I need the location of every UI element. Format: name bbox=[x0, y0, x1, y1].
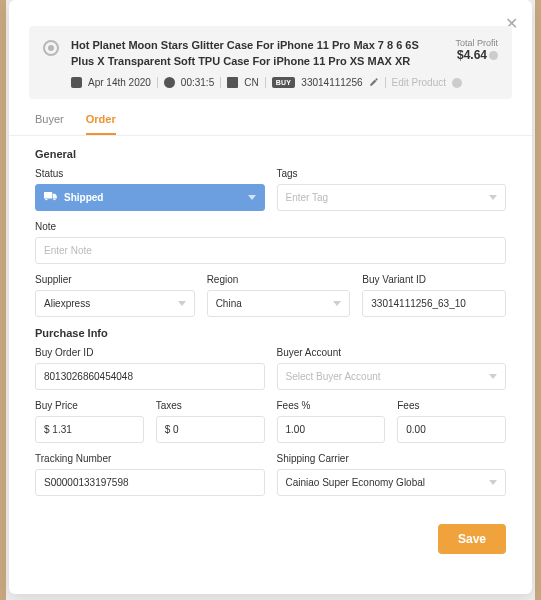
tab-order[interactable]: Order bbox=[86, 113, 116, 135]
chevron-down-icon bbox=[248, 195, 256, 200]
order-meta: Apr 14th 2020 00:31:5 CN BUY 33014111256… bbox=[71, 77, 498, 89]
edit-product-link[interactable]: Edit Product bbox=[392, 77, 446, 88]
region-select[interactable]: China bbox=[207, 290, 351, 317]
order-date: Apr 14th 2020 bbox=[88, 77, 151, 88]
buy-order-id-input[interactable]: 8013026860454048 bbox=[35, 363, 265, 390]
buy-id: 33014111256 bbox=[301, 77, 362, 88]
record-icon bbox=[43, 40, 59, 56]
section-general: General bbox=[35, 148, 506, 160]
tab-buyer[interactable]: Buyer bbox=[35, 113, 64, 135]
buy-badge: BUY bbox=[272, 77, 296, 88]
chevron-down-icon bbox=[489, 374, 497, 379]
help-icon[interactable] bbox=[489, 51, 498, 60]
tracking-number-input[interactable]: S00000133197598 bbox=[35, 469, 265, 496]
calendar-icon bbox=[71, 77, 82, 88]
fees-input[interactable]: 0.00 bbox=[397, 416, 506, 443]
save-button[interactable]: Save bbox=[438, 524, 506, 554]
clock-icon bbox=[164, 77, 175, 88]
pencil-icon[interactable] bbox=[369, 77, 379, 89]
buyer-account-select[interactable]: Select Buyer Account bbox=[277, 363, 507, 390]
country-flag-icon bbox=[227, 77, 238, 88]
chevron-down-icon bbox=[178, 301, 186, 306]
tags-select[interactable]: Enter Tag bbox=[277, 184, 507, 211]
status-select[interactable]: Shipped bbox=[35, 184, 265, 211]
chevron-down-icon bbox=[489, 195, 497, 200]
total-profit: Total Profit $4.64 bbox=[455, 38, 498, 62]
section-purchase-info: Purchase Info bbox=[35, 327, 506, 339]
taxes-input[interactable]: $ 0 bbox=[156, 416, 265, 443]
chevron-down-icon bbox=[489, 480, 497, 485]
shipping-carrier-select[interactable]: Cainiao Super Economy Global bbox=[277, 469, 507, 496]
buy-variant-input[interactable]: 33014111256_63_10 bbox=[362, 290, 506, 317]
buy-price-input[interactable]: $ 1.31 bbox=[35, 416, 144, 443]
truck-icon bbox=[44, 192, 58, 202]
order-time: 00:31:5 bbox=[181, 77, 214, 88]
chevron-down-icon bbox=[333, 301, 341, 306]
product-title: Hot Planet Moon Stars Glitter Case For i… bbox=[71, 38, 498, 70]
order-modal: ✕ Hot Planet Moon Stars Glitter Case For… bbox=[9, 0, 532, 594]
fees-pct-input[interactable]: 1.00 bbox=[277, 416, 386, 443]
supplier-select[interactable]: Aliexpress bbox=[35, 290, 195, 317]
tabs: Buyer Order bbox=[9, 99, 532, 136]
order-country: CN bbox=[244, 77, 258, 88]
order-header: Hot Planet Moon Stars Glitter Case For i… bbox=[29, 26, 512, 99]
note-input[interactable]: Enter Note bbox=[35, 237, 506, 264]
help-icon[interactable] bbox=[452, 78, 462, 88]
